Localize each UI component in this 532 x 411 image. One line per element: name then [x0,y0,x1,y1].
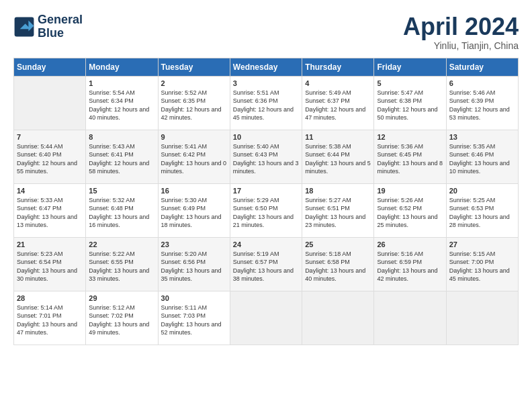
day-number: 11 [305,133,371,141]
day-sun-info: Sunrise: 5:11 AMSunset: 7:03 PMDaylight:… [161,304,227,337]
day-number: 4 [305,79,371,87]
calendar-cell [14,76,86,130]
day-sun-info: Sunrise: 5:49 AMSunset: 6:37 PMDaylight:… [305,89,371,122]
day-number: 15 [89,187,154,195]
calendar-cell [374,291,446,345]
day-sun-info: Sunrise: 5:15 AMSunset: 7:00 PMDaylight:… [449,250,515,283]
calendar-cell: 2Sunrise: 5:52 AMSunset: 6:35 PMDaylight… [158,76,230,130]
day-number: 13 [449,133,515,141]
calendar-cell: 11Sunrise: 5:38 AMSunset: 6:44 PMDayligh… [302,130,374,183]
day-number: 24 [233,240,299,248]
calendar-cell: 8Sunrise: 5:43 AMSunset: 6:41 PMDaylight… [86,130,158,183]
calendar-week-row: 21Sunrise: 5:23 AMSunset: 6:54 PMDayligh… [14,237,519,291]
calendar-cell: 3Sunrise: 5:51 AMSunset: 6:36 PMDaylight… [230,76,302,130]
calendar-cell [230,291,302,345]
weekday-header-wednesday: Wednesday [230,58,302,76]
calendar-week-row: 7Sunrise: 5:44 AMSunset: 6:40 PMDaylight… [14,130,519,183]
day-sun-info: Sunrise: 5:29 AMSunset: 6:50 PMDaylight:… [233,196,299,230]
weekday-header-tuesday: Tuesday [158,58,230,76]
calendar-cell: 17Sunrise: 5:29 AMSunset: 6:50 PMDayligh… [230,183,302,237]
calendar-cell: 24Sunrise: 5:19 AMSunset: 6:57 PMDayligh… [230,237,302,291]
weekday-header-thursday: Thursday [302,58,374,76]
weekday-header-monday: Monday [86,58,158,76]
calendar-cell: 22Sunrise: 5:22 AMSunset: 6:55 PMDayligh… [86,237,158,291]
calendar-cell: 26Sunrise: 5:16 AMSunset: 6:59 PMDayligh… [374,237,446,291]
calendar-cell: 7Sunrise: 5:44 AMSunset: 6:40 PMDaylight… [14,130,86,183]
day-sun-info: Sunrise: 5:44 AMSunset: 6:40 PMDaylight:… [17,142,83,176]
calendar-cell: 12Sunrise: 5:36 AMSunset: 6:45 PMDayligh… [374,130,446,183]
calendar-cell: 15Sunrise: 5:32 AMSunset: 6:48 PMDayligh… [86,183,158,237]
day-number: 30 [161,294,227,302]
weekday-header-sunday: Sunday [14,58,86,76]
calendar-cell: 5Sunrise: 5:47 AMSunset: 6:38 PMDaylight… [374,76,446,130]
calendar-week-row: 1Sunrise: 5:54 AMSunset: 6:34 PMDaylight… [14,76,519,130]
day-sun-info: Sunrise: 5:52 AMSunset: 6:35 PMDaylight:… [161,89,227,122]
calendar-cell: 29Sunrise: 5:12 AMSunset: 7:02 PMDayligh… [86,291,158,345]
day-sun-info: Sunrise: 5:23 AMSunset: 6:54 PMDaylight:… [17,250,83,283]
day-number: 8 [89,133,154,141]
day-sun-info: Sunrise: 5:32 AMSunset: 6:48 PMDaylight:… [89,196,154,230]
logo-icon [13,16,35,38]
weekday-header-friday: Friday [374,58,446,76]
day-sun-info: Sunrise: 5:33 AMSunset: 6:47 PMDaylight:… [17,196,83,230]
calendar-cell: 10Sunrise: 5:40 AMSunset: 6:43 PMDayligh… [230,130,302,183]
day-sun-info: Sunrise: 5:19 AMSunset: 6:57 PMDaylight:… [233,250,299,283]
day-number: 14 [17,187,83,195]
day-number: 16 [161,187,227,195]
calendar-table: SundayMondayTuesdayWednesdayThursdayFrid… [13,58,519,345]
day-sun-info: Sunrise: 5:26 AMSunset: 6:52 PMDaylight:… [377,196,443,230]
day-sun-info: Sunrise: 5:41 AMSunset: 6:42 PMDaylight:… [161,142,227,176]
calendar-cell: 4Sunrise: 5:49 AMSunset: 6:37 PMDaylight… [302,76,374,130]
logo-text: General Blue [38,13,83,40]
calendar-cell: 27Sunrise: 5:15 AMSunset: 7:00 PMDayligh… [446,237,518,291]
day-sun-info: Sunrise: 5:35 AMSunset: 6:46 PMDaylight:… [449,142,515,176]
day-sun-info: Sunrise: 5:16 AMSunset: 6:59 PMDaylight:… [377,250,443,283]
day-number: 9 [161,133,227,141]
calendar-cell: 28Sunrise: 5:14 AMSunset: 7:01 PMDayligh… [14,291,86,345]
day-number: 3 [233,79,299,87]
day-number: 20 [449,187,515,195]
day-sun-info: Sunrise: 5:30 AMSunset: 6:49 PMDaylight:… [161,196,227,230]
calendar-cell: 6Sunrise: 5:46 AMSunset: 6:39 PMDaylight… [446,76,518,130]
day-number: 23 [161,240,227,248]
day-number: 22 [89,240,154,248]
header: General Blue April 2024 Yinliu, Tianjin,… [13,13,519,51]
calendar-week-row: 28Sunrise: 5:14 AMSunset: 7:01 PMDayligh… [14,291,519,345]
day-number: 27 [449,240,515,248]
day-sun-info: Sunrise: 5:54 AMSunset: 6:34 PMDaylight:… [89,89,154,122]
weekday-header-row: SundayMondayTuesdayWednesdayThursdayFrid… [14,58,519,76]
calendar-cell: 13Sunrise: 5:35 AMSunset: 6:46 PMDayligh… [446,130,518,183]
day-sun-info: Sunrise: 5:18 AMSunset: 6:58 PMDaylight:… [305,250,371,283]
calendar-cell: 23Sunrise: 5:20 AMSunset: 6:56 PMDayligh… [158,237,230,291]
calendar-title: April 2024 [403,13,519,40]
day-number: 1 [89,79,154,87]
day-number: 19 [377,187,443,195]
calendar-cell: 30Sunrise: 5:11 AMSunset: 7:03 PMDayligh… [158,291,230,345]
day-number: 25 [305,240,371,248]
calendar-subtitle: Yinliu, Tianjin, China [403,40,519,51]
calendar-cell [302,291,374,345]
day-number: 10 [233,133,299,141]
day-sun-info: Sunrise: 5:47 AMSunset: 6:38 PMDaylight:… [377,89,443,122]
day-number: 28 [17,294,83,302]
day-number: 17 [233,187,299,195]
day-sun-info: Sunrise: 5:20 AMSunset: 6:56 PMDaylight:… [161,250,227,283]
day-sun-info: Sunrise: 5:46 AMSunset: 6:39 PMDaylight:… [449,89,515,122]
day-number: 12 [377,133,443,141]
day-sun-info: Sunrise: 5:14 AMSunset: 7:01 PMDaylight:… [17,304,83,337]
weekday-header-saturday: Saturday [446,58,518,76]
day-number: 29 [89,294,154,302]
logo: General Blue [13,13,83,40]
title-block: April 2024 Yinliu, Tianjin, China [403,13,519,51]
calendar-cell: 14Sunrise: 5:33 AMSunset: 6:47 PMDayligh… [14,183,86,237]
calendar-cell [446,291,518,345]
calendar-cell: 9Sunrise: 5:41 AMSunset: 6:42 PMDaylight… [158,130,230,183]
day-number: 5 [377,79,443,87]
day-number: 26 [377,240,443,248]
day-sun-info: Sunrise: 5:12 AMSunset: 7:02 PMDaylight:… [89,304,154,337]
calendar-cell: 21Sunrise: 5:23 AMSunset: 6:54 PMDayligh… [14,237,86,291]
day-sun-info: Sunrise: 5:38 AMSunset: 6:44 PMDaylight:… [305,142,371,176]
day-sun-info: Sunrise: 5:40 AMSunset: 6:43 PMDaylight:… [233,142,299,176]
day-number: 2 [161,79,227,87]
day-number: 6 [449,79,515,87]
